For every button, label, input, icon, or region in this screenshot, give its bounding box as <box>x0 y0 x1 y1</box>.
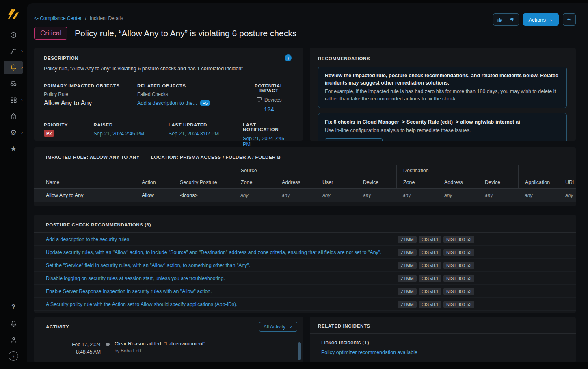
source-group-header: Source <box>234 165 396 176</box>
posture-check-row[interactable]: Set the "Service" field in security rule… <box>34 259 576 272</box>
last-notification-timestamp[interactable]: Sep 21, 2024 2:45 PM <box>243 136 284 147</box>
framework-tag: NIST 800-53 <box>443 301 474 308</box>
posture-check-row[interactable]: A Security policy rule with the Action s… <box>34 298 576 311</box>
cell-src-zone: any <box>234 189 275 202</box>
title-row: Critical Policy rule, “Allow Any to Any”… <box>34 27 296 40</box>
thumbs-up-button[interactable] <box>493 13 506 26</box>
framework-tag: NIST 800-53 <box>443 288 474 295</box>
activity-entry: Feb 17, 2024 8:48:45 AM Clear Reason add… <box>34 341 303 356</box>
related-objects-heading: RELATED OBJECTS <box>137 83 245 88</box>
rule-location: LOCATION: PRISMA ACCESS / FOLDER A / FOL… <box>151 155 281 160</box>
sidebar-item-incidents-active[interactable]: › <box>0 59 27 76</box>
target-icon <box>9 31 17 39</box>
posture-check-row[interactable]: Update security rules, with an "Allow" a… <box>34 246 576 259</box>
activity-scrollbar[interactable] <box>298 342 301 360</box>
related-incidents-panel: RELATED INCIDENTS Linked Incidents (1) P… <box>310 317 576 362</box>
activity-author: by Boba Fett <box>115 348 205 353</box>
posture-check-row[interactable]: Enable Server Response Inspection in sec… <box>34 285 576 298</box>
header-controls: Actions ⌄ <box>493 13 576 26</box>
posture-check-row[interactable]: Disable logging on security rules at ses… <box>34 272 576 285</box>
col-application: Application <box>518 176 559 188</box>
posture-check-link[interactable]: Set the "Service" field in security rule… <box>46 263 250 268</box>
linked-incidents-heading: Linked Incidents (1) <box>321 339 576 345</box>
activity-text: Clear Reason added: "Lab environment" <box>115 341 205 347</box>
posture-check-link[interactable]: Add a description to the security rules. <box>46 237 130 242</box>
framework-tag: CIS v8.1 <box>419 301 441 308</box>
cell-name: Allow Any to Any <box>34 189 135 202</box>
sidebar-item-help[interactable]: ? <box>0 299 27 315</box>
binoculars-icon <box>9 80 17 88</box>
posture-check-link[interactable]: Enable Server Response Inspection in sec… <box>46 289 212 294</box>
brand-logo[interactable] <box>0 5 27 23</box>
sidebar-item-favorites[interactable]: ★ <box>0 141 27 157</box>
recommendation-card: Review the impacted rule, posture check … <box>318 67 567 108</box>
posture-check-link[interactable]: A Security policy rule with the Action s… <box>46 302 238 307</box>
building-icon <box>9 112 17 120</box>
description-heading: DESCRIPTION <box>44 56 78 61</box>
sidebar-item-dashboard[interactable] <box>0 27 27 43</box>
main-content: <- Compliance Center / Incident Details … <box>27 3 588 362</box>
chevron-right-icon: › <box>21 48 23 54</box>
cell-security-posture: <icons> <box>173 189 234 202</box>
sidebar-item-settings[interactable]: ⚙ › <box>0 124 27 141</box>
sidebar-collapse-toggle[interactable]: › <box>0 348 27 364</box>
framework-tag: CIS v8.1 <box>419 249 441 256</box>
cell-action: Allow <box>135 189 173 202</box>
sidebar-item-workflows[interactable]: › <box>0 43 27 59</box>
priority-heading: PRIORITY <box>44 122 94 127</box>
thumbs-down-button[interactable] <box>506 13 519 26</box>
chevron-right-icon: › <box>21 97 23 103</box>
route-icon <box>9 47 17 55</box>
recommendation-body: For example, if the impacted rule is has… <box>325 88 560 102</box>
pan-logo-icon <box>6 7 20 21</box>
recommendation-title: Review the impacted rule, posture check … <box>325 72 560 87</box>
col-dst-device: Device <box>478 176 518 188</box>
framework-tag: ZTMM <box>398 288 417 295</box>
page-title: Policy rule, “Allow Any to Any” is viola… <box>75 28 296 38</box>
posture-check-link[interactable]: Update security rules, with an "Allow" a… <box>46 250 381 255</box>
sidebar-item-discover[interactable] <box>0 76 27 92</box>
description-panel: DESCRIPTION i Policy rule, "Allow Any to… <box>34 48 303 141</box>
posture-checks-panel: POSTURE CHECK RECOMMENDATIONS (6) Add a … <box>34 215 576 313</box>
cell-application: any <box>518 189 559 202</box>
framework-tag: NIST 800-53 <box>443 236 474 243</box>
col-src-user: User <box>316 176 357 188</box>
sidebar-item-profile[interactable] <box>0 332 27 348</box>
col-url-category: URL Category <box>559 176 576 188</box>
recommendation-title: Fix 6 checks in Cloud Manager -> Securit… <box>325 118 560 126</box>
info-icon[interactable]: i <box>285 54 292 61</box>
breadcrumb-back-link[interactable]: <- Compliance Center <box>34 15 82 21</box>
cell-src-address: any <box>275 189 316 202</box>
framework-tag: ZTMM <box>398 249 417 256</box>
raised-timestamp[interactable]: Sep 21, 2024 2:45 PM <box>94 131 144 137</box>
policy-optimizer-link[interactable]: Policy optimizer recommendation availabl… <box>321 349 417 355</box>
impacted-devices-count[interactable]: 124 <box>264 106 274 113</box>
framework-tag: ZTMM <box>398 275 417 282</box>
raised-heading: RAISED <box>94 122 169 127</box>
chevron-down-icon: ⌄ <box>289 323 293 329</box>
sidebar-item-apps[interactable]: › <box>0 92 27 108</box>
recommendations-panel: RECOMMENDATIONS Review the impacted rule… <box>310 48 576 141</box>
primary-impacted-type: Policy Rule <box>44 91 137 97</box>
framework-tag: CIS v8.1 <box>419 275 441 282</box>
sidebar-item-notifications[interactable] <box>0 315 27 332</box>
primary-impacted-value: Allow Any to Any <box>44 100 137 107</box>
get-configuration-button[interactable]: Get configuration... ↗ <box>325 138 383 141</box>
activity-date: Feb 17, 2024 <box>34 341 101 348</box>
activity-filter-dropdown[interactable]: All Activity ⌄ <box>259 322 297 332</box>
rule-table-row[interactable]: Allow Any to Any Allow <icons> any any a… <box>34 189 576 202</box>
sidebar-item-reports[interactable] <box>0 108 27 124</box>
actions-button[interactable]: Actions ⌄ <box>523 13 559 26</box>
framework-tag: ZTMM <box>398 236 417 243</box>
framework-tag: CIS v8.1 <box>419 236 441 243</box>
last-notification-heading: LAST NOTIFICATION <box>243 122 293 132</box>
posture-check-row[interactable]: Add a description to the security rules.… <box>34 233 576 246</box>
col-name: Name <box>34 176 135 188</box>
framework-tag: CIS v8.1 <box>419 262 441 269</box>
posture-check-link[interactable]: Disable logging on security rules at ses… <box>46 276 225 281</box>
more-count-badge[interactable]: +5 <box>200 100 210 106</box>
gear-icon: ⚙ <box>10 129 17 136</box>
ai-assistant-button[interactable] <box>563 13 576 26</box>
related-object-link[interactable]: Add a description to the... <box>137 100 197 106</box>
last-updated-timestamp[interactable]: Sep 21, 2024 3:02 PM <box>169 131 219 137</box>
